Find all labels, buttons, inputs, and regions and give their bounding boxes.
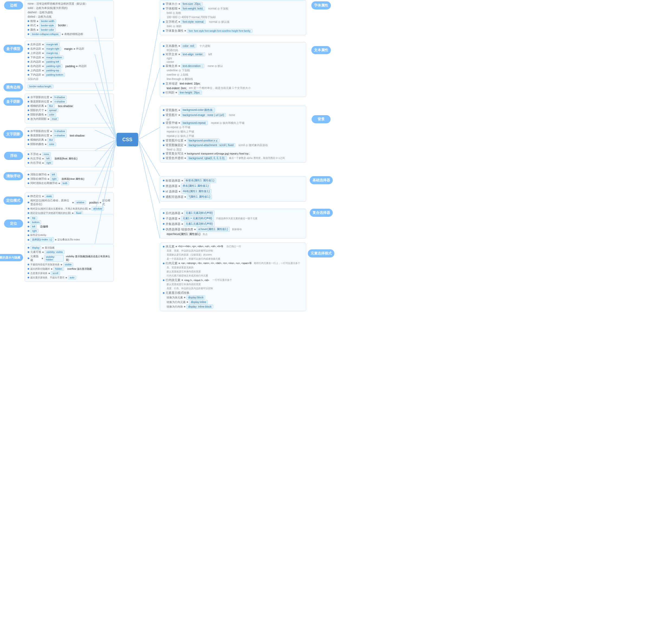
- dot2-bs-blur: [45, 105, 46, 107]
- block-f3-text: 宽度默认是它的容器（父级宽度）的100%: [167, 253, 212, 257]
- focus-note: 焦点: [203, 233, 208, 236]
- dot-bg-repeat: [163, 122, 165, 124]
- bg-properties: 背景颜色 background-color:颜色值; 背景图片 backgrou…: [160, 106, 306, 164]
- dot2-bg-compound: [185, 153, 186, 154]
- padding-bottom-row: 下内边距 padding-bottom: [28, 73, 111, 77]
- border-width-value: border-width: [39, 19, 56, 23]
- dot2-child: [178, 218, 180, 219]
- ib-f2: 默认宽度就是它本身内容的宽度: [167, 283, 303, 286]
- branch-font: 字体属性: [311, 1, 331, 9]
- border-collapse-value: border-collapse:collapse;: [30, 32, 61, 36]
- dot2-padding-right: [42, 66, 44, 67]
- dot-to-inline-block: [184, 306, 185, 307]
- margin-right-label: 右外边距: [30, 47, 41, 51]
- text-align-values: right center: [167, 57, 303, 64]
- branch-compound-selector: 复合选择器: [310, 209, 333, 217]
- to-block-value: display:block: [187, 295, 205, 299]
- to-block-row: 转换为块元素 display:block: [167, 295, 303, 299]
- padding-bottom-label: 下内边距: [30, 73, 41, 77]
- bg-compound-row: 背景复合写法 background: transparent url(image…: [163, 151, 303, 155]
- pseudo-note: 鼠标移动: [232, 228, 242, 231]
- font-style-label: 文字样式: [166, 20, 177, 24]
- float-none-row: 不浮动 none: [28, 152, 111, 156]
- bg-repeatx-text: repeat-x ◎ 横向上平铺: [167, 130, 194, 134]
- wildcard-selector-label: 通配符选择器: [166, 195, 184, 199]
- dot-inline-elem: [163, 263, 165, 264]
- text-align-center-text: center: [167, 61, 174, 64]
- text-color-hex: 十六进制: [199, 44, 210, 48]
- font-style-normal: normal ◎ 默认值: [209, 20, 229, 24]
- bs-h-row: 水平阴影的位置 h-shadow: [28, 95, 111, 99]
- dot-bs-blur: [28, 105, 29, 107]
- block-elem-tags: <h1>~<h6>, <p>, <div>, <ul>, <ol>, <li>等: [178, 245, 223, 248]
- dot-overflow-auto: [28, 277, 29, 278]
- dot-bg-color: [163, 109, 165, 111]
- float-left-label: 向左浮动: [30, 157, 41, 161]
- dot2-bg-attach: [185, 144, 186, 146]
- margin-top-label: 上外边距: [30, 51, 41, 55]
- dot2-vis-visible: [42, 251, 44, 253]
- inline-elem-tags: <a>, <strong>, <b>, <em>, <i>, <del>, <s…: [181, 262, 252, 265]
- dot2-overflow-visible: [61, 264, 62, 265]
- overflow-scroll-row: 总是显示滚动条 scroll: [28, 271, 111, 275]
- text-color-rgb-text: RGB代码: [167, 49, 178, 52]
- block-f4-text: 是一个容器及盒子，里面可以放行内或者块级元素: [167, 257, 220, 261]
- sticky-row: 粘性定位sticky: [28, 233, 111, 237]
- inline-f3-text: 默认宽度就是它本身内容的宽度: [167, 270, 201, 273]
- dot-font-weight: [163, 8, 165, 9]
- box-shadow-section: 盒子阴影 水平阴影的位置 h-shadow 垂直阴影的位置: [0, 94, 114, 124]
- font-size-row: 字体大小 font-size: 20px;: [163, 2, 303, 6]
- bg-compound-label: 背景复合写法: [166, 151, 184, 155]
- bg-group: 背景颜色 background-color:颜色值; 背景图片 backgrou…: [160, 106, 306, 163]
- inline-f3: 默认宽度就是它本身内容的宽度: [167, 270, 303, 273]
- dot-text-align: [163, 54, 165, 55]
- dot-border-style: [28, 25, 29, 26]
- bg-image-url-row: url: [167, 118, 303, 121]
- dot-tag-selector: [163, 180, 165, 181]
- border-style-prop-row: 样式 border-style border：: [28, 24, 111, 27]
- font-compound-label: 字体复合属性: [166, 29, 184, 33]
- float-properties: 不浮动 none 向左浮动 left 选择器{float: 属性值;}: [25, 150, 114, 168]
- dot2-text-color: [178, 45, 180, 47]
- bg-attach-fixed-row: fixed ◎ 固定: [167, 148, 303, 151]
- branch-clear-float: 清除浮动: [3, 172, 23, 180]
- dot2-bg-color: [178, 110, 180, 111]
- svg-line-14: [138, 140, 160, 203]
- text-color-value: color: red;: [181, 44, 196, 48]
- tag-selector-row: 标签选择器 标签名{属性1: 属性值1;}: [163, 178, 303, 183]
- text-align-right-row: right: [167, 57, 303, 60]
- text-indent-value: text-indent: 10px;: [179, 82, 200, 85]
- bs-spread-row: 阴影的尺寸 spread: [28, 109, 111, 112]
- font-style-row: 文字样式 font-style: normal; normal ◎ 默认值: [163, 20, 303, 24]
- bg-color-row: 背景颜色 background-color:颜色值;: [163, 107, 303, 113]
- bg-position-value: background-position:x y;: [187, 139, 219, 143]
- font-weight-values: bold ◎ 加粗 100~900 ◎ 400等于normal,700等于bol…: [167, 11, 303, 19]
- dot-padding-top: [28, 70, 29, 71]
- compound-selector-props: 后代选择器 元素1 元素2{样式声明} 子选择器 元素1 > 元素2{样式声明}…: [160, 209, 306, 240]
- dot2-bg-position: [185, 140, 186, 141]
- dot-bg-compound: [163, 153, 165, 154]
- text-section: 文本颜色 color: red; 十六进制 RGB代码 对齐文本: [160, 42, 333, 98]
- descendant-label: 后代选择器: [166, 211, 181, 215]
- float-right-value: right: [45, 161, 53, 165]
- font-style-italic-text: italic ◎ 倾斜: [167, 24, 182, 28]
- bg-repeatx-row: repeat-x ◎ 横向上平铺: [167, 130, 303, 134]
- border-solid-row: solid：边框为单实线(最为常用的): [28, 6, 111, 10]
- center-node: CSS: [117, 133, 138, 146]
- block-f2: 高度、宽度、外边距以及内边距都可以控制: [167, 249, 303, 253]
- border-style-prop-label: 样式: [30, 24, 36, 27]
- dot2-bg-alpha: [185, 158, 186, 159]
- padding-label-text: 内边距: [78, 64, 87, 68]
- bg-alpha-label: 背景色半透明: [166, 156, 184, 160]
- dot-padding-left: [28, 61, 29, 63]
- overflow-hidden-value: hidden: [53, 267, 64, 271]
- border-dotted-row: dotted：边框为点线: [28, 15, 111, 19]
- actual-content-row: 实际内容: [28, 77, 111, 81]
- border-width-label: 粗细: [30, 19, 36, 23]
- dot2-margin-top: [42, 53, 44, 54]
- dot-border-collapse: [28, 33, 29, 35]
- dot2-bs-spread: [45, 110, 46, 111]
- dot2-overflow-hidden: [51, 268, 52, 270]
- margin-label-mid: margin: [64, 47, 73, 50]
- dot2-display-show: [42, 247, 44, 248]
